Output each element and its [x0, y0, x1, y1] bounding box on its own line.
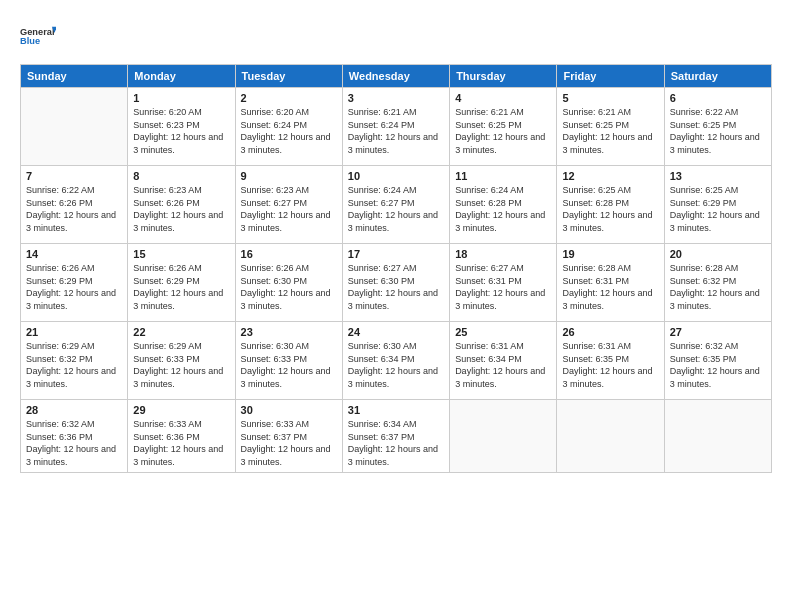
calendar-day-cell — [664, 400, 771, 473]
logo: General Blue — [20, 18, 56, 54]
day-number: 31 — [348, 404, 444, 416]
calendar-header-row: SundayMondayTuesdayWednesdayThursdayFrid… — [21, 65, 772, 88]
day-number: 10 — [348, 170, 444, 182]
calendar-day-cell: 7 Sunrise: 6:22 AM Sunset: 6:26 PM Dayli… — [21, 166, 128, 244]
day-info: Sunrise: 6:27 AM Sunset: 6:30 PM Dayligh… — [348, 262, 444, 312]
calendar-day-cell: 14 Sunrise: 6:26 AM Sunset: 6:29 PM Dayl… — [21, 244, 128, 322]
day-info: Sunrise: 6:31 AM Sunset: 6:35 PM Dayligh… — [562, 340, 658, 390]
day-info: Sunrise: 6:21 AM Sunset: 6:24 PM Dayligh… — [348, 106, 444, 156]
day-number: 1 — [133, 92, 229, 104]
calendar-day-cell: 29 Sunrise: 6:33 AM Sunset: 6:36 PM Dayl… — [128, 400, 235, 473]
calendar-week-row: 28 Sunrise: 6:32 AM Sunset: 6:36 PM Dayl… — [21, 400, 772, 473]
calendar-table: SundayMondayTuesdayWednesdayThursdayFrid… — [20, 64, 772, 473]
calendar-day-cell: 15 Sunrise: 6:26 AM Sunset: 6:29 PM Dayl… — [128, 244, 235, 322]
calendar-day-cell: 31 Sunrise: 6:34 AM Sunset: 6:37 PM Dayl… — [342, 400, 449, 473]
calendar-day-cell: 19 Sunrise: 6:28 AM Sunset: 6:31 PM Dayl… — [557, 244, 664, 322]
logo-svg: General Blue — [20, 18, 56, 54]
calendar-weekday-tuesday: Tuesday — [235, 65, 342, 88]
day-number: 18 — [455, 248, 551, 260]
day-info: Sunrise: 6:22 AM Sunset: 6:25 PM Dayligh… — [670, 106, 766, 156]
calendar-day-cell: 8 Sunrise: 6:23 AM Sunset: 6:26 PM Dayli… — [128, 166, 235, 244]
day-number: 24 — [348, 326, 444, 338]
calendar-day-cell: 11 Sunrise: 6:24 AM Sunset: 6:28 PM Dayl… — [450, 166, 557, 244]
day-number: 12 — [562, 170, 658, 182]
day-info: Sunrise: 6:27 AM Sunset: 6:31 PM Dayligh… — [455, 262, 551, 312]
day-number: 3 — [348, 92, 444, 104]
day-number: 2 — [241, 92, 337, 104]
calendar-day-cell: 20 Sunrise: 6:28 AM Sunset: 6:32 PM Dayl… — [664, 244, 771, 322]
calendar-weekday-thursday: Thursday — [450, 65, 557, 88]
day-number: 27 — [670, 326, 766, 338]
day-info: Sunrise: 6:26 AM Sunset: 6:30 PM Dayligh… — [241, 262, 337, 312]
calendar-day-cell: 17 Sunrise: 6:27 AM Sunset: 6:30 PM Dayl… — [342, 244, 449, 322]
day-info: Sunrise: 6:23 AM Sunset: 6:27 PM Dayligh… — [241, 184, 337, 234]
day-info: Sunrise: 6:28 AM Sunset: 6:31 PM Dayligh… — [562, 262, 658, 312]
calendar-day-cell: 23 Sunrise: 6:30 AM Sunset: 6:33 PM Dayl… — [235, 322, 342, 400]
day-info: Sunrise: 6:28 AM Sunset: 6:32 PM Dayligh… — [670, 262, 766, 312]
day-number: 23 — [241, 326, 337, 338]
calendar-day-cell — [450, 400, 557, 473]
calendar-day-cell: 13 Sunrise: 6:25 AM Sunset: 6:29 PM Dayl… — [664, 166, 771, 244]
calendar-day-cell: 12 Sunrise: 6:25 AM Sunset: 6:28 PM Dayl… — [557, 166, 664, 244]
day-number: 30 — [241, 404, 337, 416]
day-info: Sunrise: 6:23 AM Sunset: 6:26 PM Dayligh… — [133, 184, 229, 234]
day-number: 5 — [562, 92, 658, 104]
day-number: 7 — [26, 170, 122, 182]
calendar-week-row: 14 Sunrise: 6:26 AM Sunset: 6:29 PM Dayl… — [21, 244, 772, 322]
day-info: Sunrise: 6:24 AM Sunset: 6:28 PM Dayligh… — [455, 184, 551, 234]
day-number: 8 — [133, 170, 229, 182]
calendar-day-cell: 2 Sunrise: 6:20 AM Sunset: 6:24 PM Dayli… — [235, 88, 342, 166]
calendar-day-cell: 26 Sunrise: 6:31 AM Sunset: 6:35 PM Dayl… — [557, 322, 664, 400]
header: General Blue — [20, 18, 772, 54]
day-info: Sunrise: 6:21 AM Sunset: 6:25 PM Dayligh… — [562, 106, 658, 156]
day-info: Sunrise: 6:31 AM Sunset: 6:34 PM Dayligh… — [455, 340, 551, 390]
day-info: Sunrise: 6:24 AM Sunset: 6:27 PM Dayligh… — [348, 184, 444, 234]
svg-text:General: General — [20, 27, 54, 37]
day-number: 20 — [670, 248, 766, 260]
day-number: 19 — [562, 248, 658, 260]
day-number: 21 — [26, 326, 122, 338]
calendar-week-row: 7 Sunrise: 6:22 AM Sunset: 6:26 PM Dayli… — [21, 166, 772, 244]
calendar-day-cell: 16 Sunrise: 6:26 AM Sunset: 6:30 PM Dayl… — [235, 244, 342, 322]
calendar-day-cell: 10 Sunrise: 6:24 AM Sunset: 6:27 PM Dayl… — [342, 166, 449, 244]
svg-text:Blue: Blue — [20, 36, 40, 46]
day-number: 16 — [241, 248, 337, 260]
day-number: 25 — [455, 326, 551, 338]
day-number: 9 — [241, 170, 337, 182]
calendar-day-cell: 25 Sunrise: 6:31 AM Sunset: 6:34 PM Dayl… — [450, 322, 557, 400]
day-info: Sunrise: 6:25 AM Sunset: 6:28 PM Dayligh… — [562, 184, 658, 234]
day-number: 13 — [670, 170, 766, 182]
calendar-day-cell: 3 Sunrise: 6:21 AM Sunset: 6:24 PM Dayli… — [342, 88, 449, 166]
calendar-week-row: 1 Sunrise: 6:20 AM Sunset: 6:23 PM Dayli… — [21, 88, 772, 166]
day-info: Sunrise: 6:32 AM Sunset: 6:35 PM Dayligh… — [670, 340, 766, 390]
day-info: Sunrise: 6:33 AM Sunset: 6:37 PM Dayligh… — [241, 418, 337, 468]
day-info: Sunrise: 6:20 AM Sunset: 6:23 PM Dayligh… — [133, 106, 229, 156]
calendar-day-cell — [21, 88, 128, 166]
day-info: Sunrise: 6:21 AM Sunset: 6:25 PM Dayligh… — [455, 106, 551, 156]
calendar-weekday-sunday: Sunday — [21, 65, 128, 88]
day-info: Sunrise: 6:30 AM Sunset: 6:34 PM Dayligh… — [348, 340, 444, 390]
day-number: 17 — [348, 248, 444, 260]
day-info: Sunrise: 6:25 AM Sunset: 6:29 PM Dayligh… — [670, 184, 766, 234]
day-number: 26 — [562, 326, 658, 338]
calendar-day-cell — [557, 400, 664, 473]
calendar-day-cell: 30 Sunrise: 6:33 AM Sunset: 6:37 PM Dayl… — [235, 400, 342, 473]
day-info: Sunrise: 6:32 AM Sunset: 6:36 PM Dayligh… — [26, 418, 122, 468]
day-info: Sunrise: 6:20 AM Sunset: 6:24 PM Dayligh… — [241, 106, 337, 156]
calendar-week-row: 21 Sunrise: 6:29 AM Sunset: 6:32 PM Dayl… — [21, 322, 772, 400]
calendar-day-cell: 1 Sunrise: 6:20 AM Sunset: 6:23 PM Dayli… — [128, 88, 235, 166]
day-number: 15 — [133, 248, 229, 260]
calendar-day-cell: 9 Sunrise: 6:23 AM Sunset: 6:27 PM Dayli… — [235, 166, 342, 244]
calendar-weekday-monday: Monday — [128, 65, 235, 88]
calendar-day-cell: 27 Sunrise: 6:32 AM Sunset: 6:35 PM Dayl… — [664, 322, 771, 400]
day-info: Sunrise: 6:22 AM Sunset: 6:26 PM Dayligh… — [26, 184, 122, 234]
calendar-day-cell: 5 Sunrise: 6:21 AM Sunset: 6:25 PM Dayli… — [557, 88, 664, 166]
day-info: Sunrise: 6:29 AM Sunset: 6:33 PM Dayligh… — [133, 340, 229, 390]
calendar-weekday-saturday: Saturday — [664, 65, 771, 88]
day-info: Sunrise: 6:29 AM Sunset: 6:32 PM Dayligh… — [26, 340, 122, 390]
day-info: Sunrise: 6:30 AM Sunset: 6:33 PM Dayligh… — [241, 340, 337, 390]
day-info: Sunrise: 6:34 AM Sunset: 6:37 PM Dayligh… — [348, 418, 444, 468]
day-number: 6 — [670, 92, 766, 104]
day-number: 4 — [455, 92, 551, 104]
calendar-weekday-friday: Friday — [557, 65, 664, 88]
